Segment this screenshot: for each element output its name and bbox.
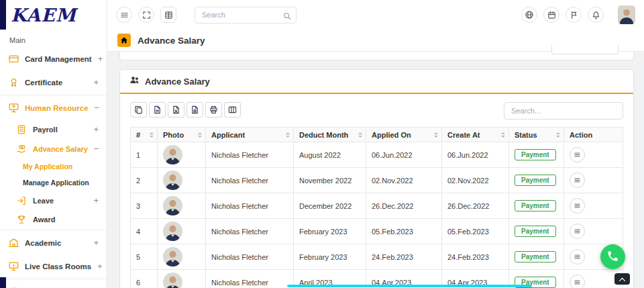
print-button[interactable] [205,102,222,117]
sidebar-item-academic[interactable]: Academic + [0,231,107,254]
cell-applied-on: 02.Nov.2022 [366,168,442,193]
column-header-label: Deduct Month [299,131,348,139]
column-header-action: Action [564,128,623,142]
applicant-photo[interactable] [163,222,182,241]
cell-photo [158,270,206,288]
home-button[interactable] [117,34,131,47]
sidebar-item-my-application[interactable]: My Application [0,158,107,175]
applied-on-date: 06.Jun.2022 [372,151,413,159]
row-action-menu-button[interactable] [570,198,585,213]
table-toolbar [130,102,623,119]
export-excel-button[interactable] [168,102,184,117]
sidebar-item-certificate[interactable]: Certificate + [0,70,107,94]
sidebar-item-manage-application[interactable]: Manage Application [0,175,107,191]
scroll-to-top-button[interactable] [614,273,630,285]
cell-create-at: 06.Jun.2022 [442,142,509,168]
cell-status: Payment [509,219,564,244]
row-action-menu-button[interactable] [570,224,585,239]
sort-caret-icon [198,132,202,138]
logo[interactable]: KAEM [0,0,107,30]
column-header-status[interactable]: Status [509,128,564,142]
sidebar-item-payroll[interactable]: Payroll + [0,119,107,139]
fullscreen-button[interactable] [138,7,154,23]
row-action-menu-button[interactable] [570,147,585,162]
column-header-index[interactable]: # [131,128,158,142]
status-badge: Payment [515,226,556,237]
deduct-month-value: December 2022 [299,202,352,210]
cell-applicant: Nicholas Fletcher [206,168,294,193]
column-header-create-at[interactable]: Create At [442,128,509,142]
cell-index: 6 [131,270,158,288]
column-header-photo[interactable]: Photo [158,128,206,142]
column-header-deduct-month[interactable]: Deduct Month [294,128,366,142]
applicant-name: Nicholas Fletcher [211,177,268,185]
row-action-menu-button[interactable] [570,173,585,188]
status-badge: Payment [515,149,556,160]
export-pdf-button[interactable] [149,102,166,117]
horizontal-scrollbar-thumb[interactable] [287,285,532,287]
applicant-name: Nicholas Fletcher [211,279,268,287]
cell-create-at: 26.Dec.2022 [442,193,509,219]
applicant-photo[interactable] [163,171,182,190]
notifications-bell-button[interactable] [588,7,604,23]
applicant-photo[interactable] [163,247,182,267]
whatsapp-button[interactable] [600,244,625,269]
global-search-input[interactable] [195,7,297,23]
sidebar-item-card-management[interactable]: Card Management + [0,47,107,70]
sidebar-item-attachments-book[interactable]: Attachments Book [0,280,107,288]
row-action-menu-button[interactable] [570,275,585,288]
cell-photo [158,244,206,270]
collapsed-filter-button-partial[interactable] [551,45,619,54]
row-number: 3 [136,202,140,210]
applicant-photo[interactable] [163,273,182,288]
sidebar-item-award[interactable]: Award [0,210,107,229]
sidebar-item-label: Human Resource [25,104,89,112]
cell-index: 2 [131,168,158,193]
applicant-photo[interactable] [163,145,182,164]
cell-applied-on: 05.Feb.2023 [366,219,442,244]
column-visibility-button[interactable] [224,102,241,117]
cell-applicant: Nicholas Fletcher [206,193,294,219]
column-header-label: Create At [447,131,480,139]
sidebar-item-leave[interactable]: Leave + [0,191,107,210]
cell-create-at: 02.Nov.2022 [442,168,509,193]
calendar-button[interactable] [543,7,559,23]
flag-button[interactable] [566,7,582,23]
cell-action [564,168,623,193]
cell-photo [158,142,206,168]
create-at-date: 06.Jun.2022 [447,151,488,159]
sidebar-item-human-resource[interactable]: Human Resource − [0,96,107,119]
sidebar-item-label: Card Management [25,55,92,63]
table-header-row: # Photo Applicant Deduct Month Applied O… [131,128,623,142]
sidebar-item-label: Live Class Rooms [25,262,91,271]
column-header-applied-on[interactable]: Applied On [366,128,442,142]
column-header-applicant[interactable]: Applicant [206,128,294,142]
applicant-photo[interactable] [163,196,182,215]
apps-grid-button[interactable] [160,7,176,23]
sidebar-nav: Card Management + Certificate + Human Re… [0,47,107,288]
menu-toggle-button[interactable] [116,7,132,23]
language-globe-button[interactable] [521,7,537,23]
collapse-minus-icon: − [95,103,100,113]
card-icon [8,54,19,64]
human-resource-icon [8,103,19,113]
user-avatar[interactable] [618,5,635,24]
export-copy-button[interactable] [130,102,147,117]
table-body: 1 Nicholas Fletcher August 2022 06.Jun.2… [131,142,623,288]
deduct-month-value: February 2023 [299,228,347,236]
page-title: Advance Salary [138,36,205,46]
table-row: 5 Nicholas Fletcher February 2023 24.Feb… [131,244,623,270]
topbar [107,0,644,30]
sidebar-item-live-class-rooms[interactable]: Live Class Rooms + [0,254,107,278]
table-search-input[interactable] [504,102,623,119]
status-badge: Payment [515,251,556,262]
row-action-menu-button[interactable] [570,249,585,265]
create-at-date: 02.Nov.2022 [447,177,489,185]
export-csv-button[interactable] [186,102,203,117]
sort-caret-icon [150,132,154,138]
topbar-right-group [521,5,635,24]
cell-action [564,219,623,244]
row-number: 5 [136,253,140,261]
sidebar-item-advance-salary[interactable]: Advance Salary − [0,139,107,158]
row-number: 6 [136,279,140,287]
